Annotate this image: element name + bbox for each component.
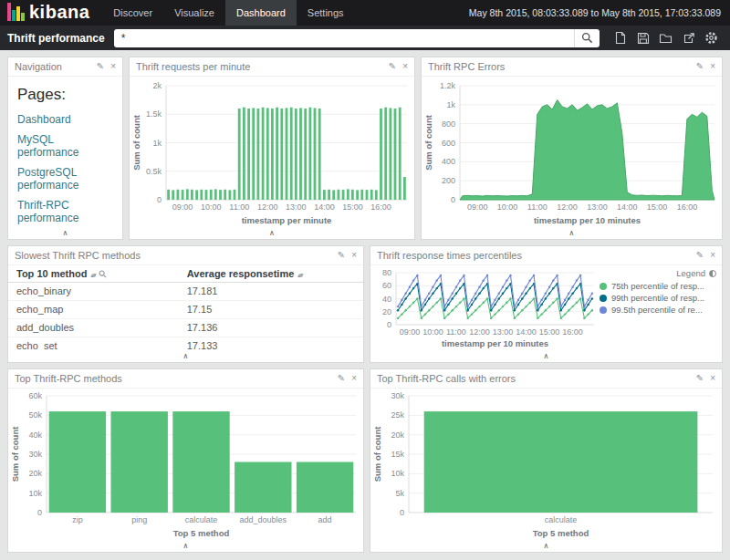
table-cell: 17.181	[179, 283, 363, 301]
svg-text:Sum of count: Sum of count	[372, 426, 382, 482]
logo-bar	[12, 10, 16, 21]
edit-panel-icon[interactable]: ✎	[338, 251, 345, 260]
close-panel-icon[interactable]: ×	[710, 62, 715, 71]
svg-text:11:00: 11:00	[229, 202, 249, 212]
svg-text:calculate: calculate	[185, 515, 218, 524]
table-row: echo_binary17.181	[8, 283, 363, 301]
search-input[interactable]	[114, 29, 574, 47]
edit-panel-icon[interactable]: ✎	[696, 251, 704, 260]
panel-collapse-toggle[interactable]: ∧	[370, 350, 722, 362]
svg-text:15:00: 15:00	[342, 202, 363, 212]
settings-gear-button[interactable]	[700, 28, 723, 47]
panel-collapse-toggle[interactable]: ∧	[422, 227, 722, 239]
svg-text:1k: 1k	[152, 139, 162, 148]
panel-collapse-toggle[interactable]: ∧	[8, 227, 122, 239]
share-dashboard-button[interactable]	[677, 28, 700, 47]
search-button[interactable]	[574, 29, 600, 47]
legend-label: 99th percentile of resp...	[611, 293, 704, 303]
slowest-table: Top 10 method▴▾Average responsetime▴▾ech…	[8, 265, 363, 350]
svg-text:15:00: 15:00	[647, 202, 668, 212]
edit-panel-icon[interactable]: ✎	[97, 62, 104, 71]
close-panel-icon[interactable]: ×	[710, 374, 715, 383]
legend-label: 99.5th percentile of re...	[611, 305, 703, 315]
svg-text:add: add	[318, 515, 332, 524]
nav-link-mysql-performance[interactable]: MySQL performance	[17, 133, 113, 159]
svg-text:2k: 2k	[152, 81, 162, 90]
panel-top-thrift-rpc-methods: Top Thrift-RPC methods ✎ × 010k20k30k40k…	[7, 368, 364, 553]
svg-text:09:00: 09:00	[467, 202, 488, 212]
nav-link-thrift-rpc-performance[interactable]: Thrift-RPC performance	[17, 199, 113, 224]
tab-dashboard[interactable]: Dashboard	[225, 0, 297, 26]
dashboard-title: Thrift performance	[7, 32, 105, 45]
close-panel-icon[interactable]: ×	[351, 374, 357, 383]
tab-settings[interactable]: Settings	[297, 0, 355, 26]
chart-svg: 05k10k15k20k25k30kcalculateSum of countT…	[370, 389, 722, 540]
panel-collapse-toggle[interactable]: ∧	[8, 540, 363, 552]
panel-collapse-toggle[interactable]: ∧	[370, 540, 722, 552]
svg-text:timestamp per 10 minutes: timestamp per 10 minutes	[534, 215, 641, 225]
legend-toggle-icon[interactable]	[709, 270, 716, 277]
svg-text:14:00: 14:00	[617, 202, 638, 212]
edit-panel-icon[interactable]: ✎	[696, 62, 704, 71]
table-cell: echo_map	[8, 301, 179, 319]
sort-icon[interactable]: ▴▾	[90, 272, 95, 278]
sort-icon[interactable]: ▴▾	[297, 272, 302, 278]
panel-header: Slowest Thrift RPC methods ✎ ×	[8, 246, 363, 265]
panel-title: Thrift requests per minute	[136, 61, 382, 72]
time-range-picker[interactable]: May 8th 2015, 08:03:33.089 to May 8th 20…	[469, 7, 730, 18]
save-dashboard-button[interactable]	[631, 28, 654, 47]
svg-text:Sum of count: Sum of count	[10, 426, 20, 482]
edit-panel-icon[interactable]: ✎	[338, 374, 345, 383]
chart-svg: 02004006008001k1.2k09:0010:0011:0012:001…	[422, 77, 722, 227]
svg-text:20k: 20k	[391, 430, 404, 440]
tab-discover[interactable]: Discover	[102, 0, 163, 26]
svg-text:ping: ping	[131, 515, 147, 524]
legend-item[interactable]: 75th percentile of resp...	[600, 281, 716, 291]
brand-text: kibana	[29, 3, 89, 21]
panel-title: Navigation	[15, 61, 90, 72]
edit-panel-icon[interactable]: ✎	[696, 374, 704, 383]
magnifier-icon[interactable]	[99, 270, 107, 278]
svg-text:40k: 40k	[28, 430, 42, 440]
svg-text:Top 5 method: Top 5 method	[173, 528, 230, 538]
table-cell: 17.133	[179, 337, 363, 351]
close-panel-icon[interactable]: ×	[110, 62, 116, 71]
svg-text:16:00: 16:00	[370, 202, 391, 212]
tab-visualize[interactable]: Visualize	[163, 0, 225, 26]
panel-thrift-requests-per-minute: Thrift requests per minute ✎ × 00.5k1k1.…	[129, 57, 415, 240]
svg-text:0: 0	[451, 195, 455, 204]
column-label: Average responsetime	[187, 268, 295, 279]
kibana-logo[interactable]: kibana	[0, 3, 102, 24]
svg-text:Top 5 method: Top 5 method	[533, 528, 589, 538]
pages-heading: Pages:	[17, 86, 113, 104]
nav-link-postgresql-performance[interactable]: PostgreSQL performance	[17, 166, 113, 192]
panel-collapse-toggle[interactable]: ∧	[130, 227, 414, 239]
legend-item[interactable]: 99.5th percentile of re...	[600, 305, 716, 315]
panel-slowest-thrift-rpc-methods: Slowest Thrift RPC methods ✎ × Top 10 me…	[7, 245, 364, 363]
svg-text:25k: 25k	[391, 410, 404, 420]
edit-panel-icon[interactable]: ✎	[389, 62, 396, 71]
load-dashboard-button[interactable]	[654, 28, 677, 47]
panel-top-thrift-rpc-calls-with-errors: Top Thrift-RPC calls with errors ✎ × 05k…	[370, 368, 723, 553]
svg-text:400: 400	[442, 157, 455, 166]
close-panel-icon[interactable]: ×	[710, 251, 715, 260]
legend-header[interactable]: Legend	[600, 268, 716, 278]
column-header-top-10-method[interactable]: Top 10 method▴▾	[8, 265, 179, 283]
svg-text:5k: 5k	[395, 489, 404, 498]
close-panel-icon[interactable]: ×	[351, 251, 357, 260]
column-header-average-responsetime[interactable]: Average responsetime▴▾	[179, 265, 363, 283]
percentiles-body: 02040608009:0010:0011:0012:0013:0014:001…	[370, 265, 722, 350]
svg-text:add_doubles: add_doubles	[240, 515, 287, 524]
svg-text:60k: 60k	[28, 391, 42, 400]
legend-title: Legend	[676, 268, 705, 278]
svg-text:13:00: 13:00	[286, 202, 307, 212]
close-panel-icon[interactable]: ×	[402, 62, 408, 71]
svg-text:200: 200	[442, 176, 455, 185]
nav-link-dashboard[interactable]: Dashboard	[17, 113, 113, 126]
panel-collapse-toggle[interactable]: ∧	[8, 350, 363, 362]
svg-text:Sum of count: Sum of count	[423, 114, 433, 171]
new-dashboard-button[interactable]	[609, 28, 631, 47]
column-label: Top 10 method	[16, 268, 87, 279]
table-cell: echo_binary	[8, 283, 179, 301]
legend-item[interactable]: 99th percentile of resp...	[600, 293, 716, 303]
